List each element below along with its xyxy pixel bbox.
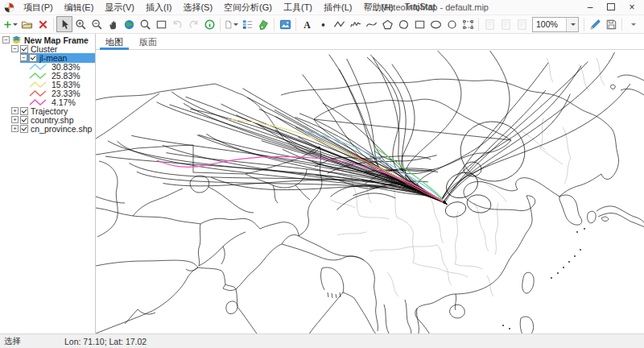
toolbar-separator: [53, 19, 54, 31]
layer-visibility-checkbox[interactable]: [20, 125, 28, 133]
zigzag-line-symbol: [29, 89, 48, 97]
ellipse-tool[interactable]: [427, 16, 444, 32]
export-layout-button: [497, 16, 514, 32]
layer-visibility-checkbox[interactable]: [20, 116, 28, 124]
title-menu-bar: 项目(P)编辑(E)显示(V)插入(I)选择(S)空间分析(G)工具(T)插件(…: [0, 0, 644, 15]
redo-button: [185, 16, 201, 32]
toolbar-separator: [584, 19, 584, 31]
maximize-button[interactable]: [601, 0, 621, 14]
view-tabs: 地图版面: [96, 34, 644, 50]
zigzag-line-symbol: [29, 63, 48, 70]
chevron-down-icon[interactable]: [566, 18, 578, 31]
toolbar-separator: [478, 19, 479, 31]
spatial-analysis-menu[interactable]: 空间分析(G): [218, 2, 278, 14]
selection-menu[interactable]: 选择(S): [177, 2, 218, 14]
expand-icon[interactable]: +: [11, 107, 19, 114]
measure-tool[interactable]: [201, 16, 217, 32]
plugins-menu[interactable]: 插件(L): [318, 2, 357, 14]
zoom-in-tool[interactable]: [72, 16, 89, 32]
map-canvas[interactable]: [96, 50, 644, 334]
legend-item-cluster-1[interactable]: 30.83%: [0, 62, 95, 71]
move-feature-tool: [641, 16, 644, 32]
legend-item-cluster-3[interactable]: 15.83%: [0, 80, 95, 89]
tree-item-cluster[interactable]: −Cluster: [0, 44, 95, 53]
zoom-rectangle-tool[interactable]: [153, 16, 169, 32]
zoom-level-value: 100%: [533, 19, 566, 29]
toolbar-separator: [621, 19, 622, 31]
tree-item-trajectory[interactable]: +Trajectory: [0, 106, 95, 115]
toolbar-separator: [295, 19, 296, 31]
map-frame-icon: [11, 35, 22, 44]
view-menu[interactable]: 显示(V): [99, 2, 140, 14]
remove-layer-button[interactable]: [35, 16, 51, 32]
insert-menu[interactable]: 插入(I): [140, 2, 177, 14]
minimize-button[interactable]: –: [580, 0, 601, 14]
edit-menu[interactable]: 编辑(E): [59, 2, 100, 14]
zigzag-line-symbol: [29, 98, 48, 106]
layer-visibility-checkbox[interactable]: [20, 107, 28, 115]
export-map-button: [481, 16, 497, 32]
expand-icon[interactable]: +: [11, 125, 19, 132]
freehand-polygon-tool[interactable]: [395, 16, 411, 32]
map-content: 地图版面: [96, 34, 644, 334]
collapse-icon[interactable]: −: [11, 45, 19, 52]
export-data-button: [514, 16, 530, 32]
maximize-icon: [607, 3, 615, 10]
identify-tool[interactable]: [137, 16, 153, 32]
legend-editor-button[interactable]: [239, 16, 255, 32]
map-svg: [96, 50, 644, 334]
tree-item-country-shp[interactable]: +country.shp: [0, 115, 95, 124]
edit-features-tool[interactable]: [587, 16, 603, 32]
app-window: 项目(P)编辑(E)显示(V)插入(I)选择(S)空间分析(G)工具(T)插件(…: [0, 0, 644, 348]
add-layer-button[interactable]: [2, 16, 19, 32]
toolbar-separator: [274, 19, 275, 31]
status-bar: 选择 Lon: 71.10; Lat: 17.02: [0, 334, 644, 348]
layer-visibility-checkbox[interactable]: [20, 45, 28, 53]
insert-image-button[interactable]: [277, 16, 293, 32]
label-button[interactable]: [255, 16, 271, 32]
tools-menu[interactable]: 工具(T): [278, 2, 318, 14]
trajectory-lines: [105, 51, 630, 219]
tab-map[interactable]: 地图: [97, 34, 131, 50]
pan-tool[interactable]: [105, 16, 121, 32]
tree-item-label: cn_province.shp: [30, 124, 94, 134]
tab-layout[interactable]: 版面: [131, 34, 165, 50]
menu-bar: 项目(P)编辑(E)显示(V)插入(I)选择(S)空间分析(G)工具(T)插件(…: [18, 2, 441, 14]
select-tool[interactable]: [56, 16, 72, 32]
point-tool[interactable]: [315, 16, 331, 32]
new-layout-button[interactable]: [223, 16, 239, 32]
collapse-icon[interactable]: −: [20, 54, 27, 61]
edit-vertices-tool[interactable]: [460, 16, 476, 32]
tree-item-map-frame[interactable]: −New Map Frame: [0, 35, 95, 44]
save-edits-button[interactable]: [603, 16, 619, 32]
zoom-level-combo[interactable]: 100%: [532, 17, 579, 32]
legend-item-cluster-4[interactable]: 23.33%: [0, 89, 95, 97]
zoom-out-tool[interactable]: [89, 16, 105, 32]
circle-tool[interactable]: [444, 16, 460, 32]
freehand-tool[interactable]: [347, 16, 363, 32]
open-file-button[interactable]: [19, 16, 35, 32]
tree-item-jl-mean[interactable]: −jl-mean: [0, 53, 95, 62]
full-extent-tool[interactable]: [121, 16, 137, 32]
status-mode-label: 选择: [0, 336, 60, 347]
text-tool[interactable]: A: [299, 16, 315, 32]
layer-tree-panel: −New Map Frame−Cluster−jl-mean30.83%25.8…: [0, 34, 96, 334]
legend-item-cluster-2[interactable]: 25.83%: [0, 71, 95, 80]
tree-item-cn-province-shp[interactable]: +cn_province.shp: [0, 124, 95, 133]
country-borders: [96, 75, 644, 334]
layer-visibility-checkbox[interactable]: [29, 54, 37, 62]
window-controls: – ×: [580, 0, 642, 14]
status-coordinates: Lon: 71.10; Lat: 17.02: [60, 337, 147, 346]
rectangle-tool[interactable]: [411, 16, 427, 32]
expand-icon[interactable]: +: [11, 116, 19, 123]
window-title: MeteoInfoMap - default.mip: [381, 2, 489, 12]
legend-item-cluster-5[interactable]: 4.17%: [0, 97, 95, 106]
project-menu[interactable]: 项目(P): [18, 2, 59, 14]
polygon-tool[interactable]: [379, 16, 395, 32]
edit-dropdown[interactable]: [625, 16, 641, 32]
toolbar: A100%: [0, 15, 644, 34]
curve-tool[interactable]: [363, 16, 379, 32]
collapse-icon[interactable]: −: [2, 36, 10, 44]
close-button[interactable]: ×: [621, 0, 642, 14]
polyline-tool[interactable]: [331, 16, 347, 32]
